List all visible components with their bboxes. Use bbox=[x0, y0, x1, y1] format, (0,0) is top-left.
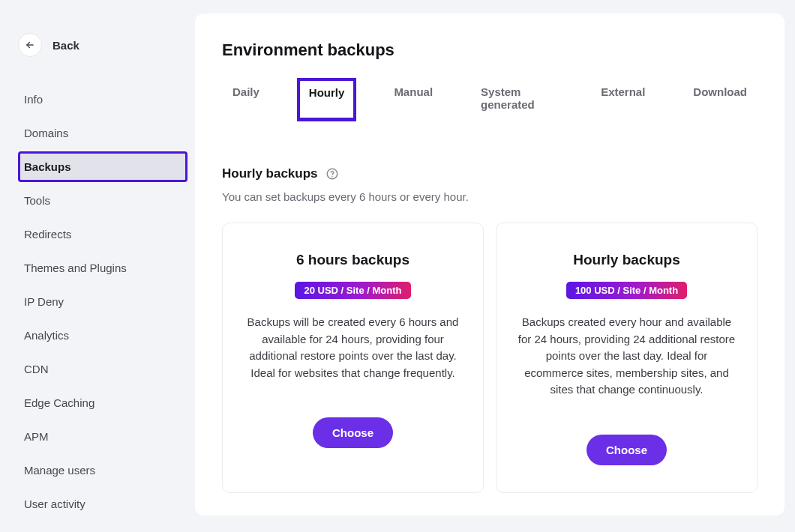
plan-title: 6 hours backups bbox=[296, 252, 410, 268]
price-badge: 20 USD / Site / Month bbox=[295, 282, 410, 299]
sidebar-item-analytics[interactable]: Analytics bbox=[18, 320, 188, 351]
sidebar-item-redirects[interactable]: Redirects bbox=[18, 219, 188, 250]
sidebar: Back Info Domains Backups Tools Redirect… bbox=[0, 0, 195, 532]
sidebar-item-label: APM bbox=[24, 430, 49, 443]
sidebar-item-label: Tools bbox=[24, 194, 50, 207]
sidebar-item-label: Redirects bbox=[24, 228, 71, 241]
sidebar-item-label: CDN bbox=[24, 363, 49, 375]
tab-label: External bbox=[601, 85, 645, 98]
back-label: Back bbox=[52, 39, 80, 52]
tab-daily[interactable]: Daily bbox=[222, 78, 270, 121]
tab-system-generated[interactable]: System generated bbox=[470, 78, 563, 121]
tab-label: Hourly bbox=[309, 86, 345, 99]
arrow-left-icon bbox=[25, 40, 35, 50]
tab-label: Daily bbox=[232, 85, 260, 98]
tab-label: System generated bbox=[481, 85, 535, 111]
sidebar-item-label: Manage users bbox=[24, 464, 95, 477]
section-subtitle: You can set backups every 6 hours or eve… bbox=[222, 190, 758, 203]
tab-label: Manual bbox=[394, 85, 433, 98]
sidebar-item-info[interactable]: Info bbox=[18, 84, 188, 115]
choose-button[interactable]: Choose bbox=[313, 417, 393, 448]
main: Environment backups Daily Hourly Manual … bbox=[195, 0, 795, 532]
sidebar-item-ip-deny[interactable]: IP Deny bbox=[18, 286, 188, 317]
sidebar-item-themes-plugins[interactable]: Themes and Plugins bbox=[18, 253, 188, 283]
sidebar-item-label: Info bbox=[24, 93, 43, 106]
sidebar-item-label: Domains bbox=[24, 127, 68, 139]
plan-description: Backups created every hour and available… bbox=[518, 314, 736, 399]
content-card: Environment backups Daily Hourly Manual … bbox=[195, 13, 784, 516]
sidebar-item-label: IP Deny bbox=[24, 295, 64, 308]
tab-manual[interactable]: Manual bbox=[383, 78, 443, 121]
section-title: Hourly backups bbox=[222, 166, 318, 181]
tab-download[interactable]: Download bbox=[682, 78, 758, 121]
sidebar-item-label: Edge Caching bbox=[24, 396, 94, 409]
back-button[interactable] bbox=[18, 33, 42, 57]
sidebar-item-label: Themes and Plugins bbox=[24, 262, 127, 274]
plan-6-hours: 6 hours backups 20 USD / Site / Month Ba… bbox=[222, 223, 484, 493]
tab-external[interactable]: External bbox=[590, 78, 656, 121]
section-header: Hourly backups bbox=[222, 166, 758, 181]
sidebar-item-label: Analytics bbox=[24, 329, 69, 342]
sidebar-nav: Info Domains Backups Tools Redirects The… bbox=[18, 84, 188, 532]
sidebar-item-cdn[interactable]: CDN bbox=[18, 354, 188, 384]
price-badge: 100 USD / Site / Month bbox=[566, 282, 687, 299]
sidebar-item-label: Backups bbox=[24, 160, 71, 173]
plan-hourly: Hourly backups 100 USD / Site / Month Ba… bbox=[496, 223, 758, 493]
tabs: Daily Hourly Manual System generated Ext… bbox=[222, 78, 758, 121]
plan-title: Hourly backups bbox=[573, 252, 680, 268]
sidebar-item-logs[interactable]: Logs bbox=[18, 522, 188, 532]
plan-description: Backups will be created every 6 hours an… bbox=[244, 314, 462, 381]
sidebar-item-backups[interactable]: Backups bbox=[18, 151, 188, 182]
tab-label: Download bbox=[693, 85, 747, 98]
page-title: Environment backups bbox=[222, 40, 758, 60]
sidebar-item-label: User activity bbox=[24, 498, 86, 510]
sidebar-item-manage-users[interactable]: Manage users bbox=[18, 455, 188, 486]
sidebar-item-domains[interactable]: Domains bbox=[18, 118, 188, 148]
help-icon[interactable] bbox=[326, 167, 339, 181]
back-row[interactable]: Back bbox=[18, 33, 188, 57]
plans: 6 hours backups 20 USD / Site / Month Ba… bbox=[222, 223, 758, 493]
sidebar-item-tools[interactable]: Tools bbox=[18, 185, 188, 216]
choose-button[interactable]: Choose bbox=[586, 435, 667, 465]
sidebar-item-user-activity[interactable]: User activity bbox=[18, 489, 188, 519]
tab-hourly[interactable]: Hourly bbox=[297, 78, 357, 121]
sidebar-item-edge-caching[interactable]: Edge Caching bbox=[18, 387, 188, 418]
sidebar-item-apm[interactable]: APM bbox=[18, 421, 188, 452]
